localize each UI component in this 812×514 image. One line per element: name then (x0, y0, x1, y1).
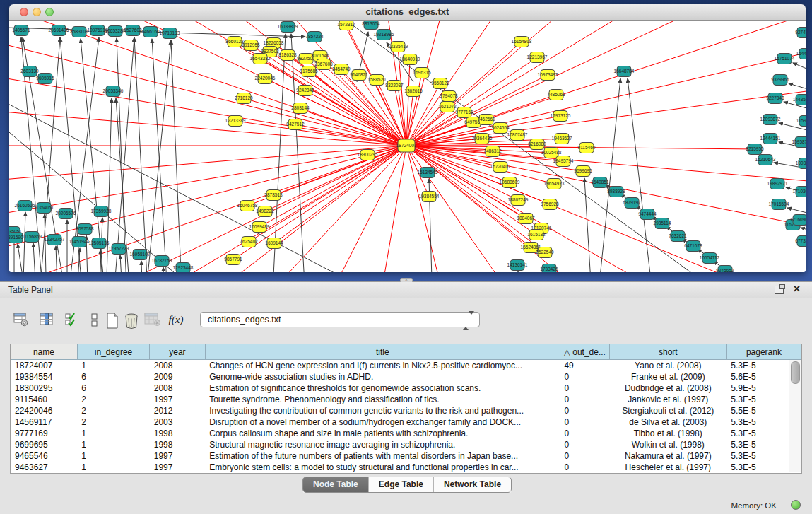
graph-node[interactable]: 7485063 (547, 90, 565, 100)
table-cell[interactable]: 0 (560, 462, 609, 473)
table-cell[interactable]: 49 (560, 360, 609, 372)
table-cell[interactable]: Hescheler et al. (1997) (609, 462, 726, 473)
graph-node[interactable]: 9777169 (455, 107, 473, 118)
table-row[interactable]: 1872400712008Changes of HCN gene express… (11, 360, 801, 372)
graph-edge[interactable] (406, 21, 693, 146)
tab-edge-table[interactable]: Edge Table (368, 477, 433, 492)
table-cell[interactable]: 0 (560, 439, 609, 450)
table-cell[interactable]: 0 (560, 428, 609, 439)
table-row[interactable]: 2242004622012Investigating the contribut… (11, 405, 801, 416)
table-cell[interactable]: Disruption of a novel member of a sodium… (205, 416, 560, 428)
graph-node[interactable]: 9884067 (517, 214, 535, 224)
table-cell[interactable]: 2 (77, 394, 149, 405)
graph-node[interactable]: 14435211 (793, 95, 806, 105)
graph-node[interactable]: 8938928 (607, 187, 625, 197)
graph-edge[interactable] (18, 244, 27, 272)
graph-node[interactable]: 12923448 (173, 263, 194, 273)
graph-node[interactable]: 15720407 (490, 162, 511, 173)
graph-edge[interactable] (9, 146, 406, 262)
graph-node[interactable]: 17103041 (793, 187, 806, 197)
table-cell[interactable]: 18300295 (11, 382, 77, 394)
graph-node[interactable]: 19654923 (544, 179, 565, 189)
column-header-short[interactable]: short (609, 344, 726, 360)
graph-node[interactable]: 12213389 (225, 116, 246, 127)
graph-node[interactable]: 2935114 (654, 218, 671, 229)
table-cell[interactable]: 9465546 (11, 450, 77, 462)
table-cell[interactable]: Tibbo et al. (1998) (609, 428, 726, 439)
table-cell[interactable]: 1 (77, 428, 149, 439)
table-row[interactable]: 1456911722003Disruption of a novel membe… (11, 416, 801, 428)
graph-edge[interactable] (375, 146, 406, 272)
table-cell[interactable]: 1998 (150, 428, 205, 439)
table-cell[interactable]: 1 (77, 360, 149, 372)
graph-node[interactable]: 10719193 (160, 28, 180, 39)
graph-node[interactable]: 1405571 (12, 25, 30, 36)
table-cell[interactable]: 0 (560, 416, 609, 428)
column-header-name[interactable]: name (11, 344, 77, 360)
graph-node[interactable]: 16033809 (278, 22, 298, 33)
graph-node[interactable]: 1696315 (413, 68, 431, 78)
graph-node[interactable]: 7486312 (483, 146, 502, 157)
graph-edge[interactable] (76, 248, 80, 272)
graph-node[interactable]: 5878513 (264, 190, 283, 201)
graph-edge[interactable] (518, 271, 519, 272)
graph-node[interactable]: 7857224 (305, 32, 324, 42)
graph-node[interactable]: 14136141 (507, 260, 528, 271)
select-columns-button[interactable] (37, 310, 57, 330)
graph-edge[interactable] (406, 146, 806, 272)
graph-edge[interactable] (120, 255, 123, 272)
graph-node[interactable]: 16046758 (237, 201, 258, 211)
tab-network-table[interactable]: Network Table (433, 477, 511, 492)
graph-node[interactable]: 2803144 (291, 103, 310, 114)
graph-node[interactable]: 20206576 (56, 209, 76, 219)
graph-edge[interactable] (628, 78, 654, 272)
graph-node[interactable]: 7462660 (477, 115, 495, 125)
table-cell[interactable]: 14569117 (11, 416, 77, 428)
graph-edge[interactable] (171, 40, 182, 272)
graph-node[interactable]: 18640910 (400, 54, 420, 65)
graph-edge[interactable] (134, 37, 148, 272)
graph-node[interactable]: 20053346 (103, 86, 124, 97)
graph-edge[interactable] (141, 261, 143, 272)
graph-node[interactable]: 10654112 (700, 253, 720, 264)
table-cell[interactable]: 2 (77, 405, 149, 416)
table-selector-dropdown[interactable]: citations_edges.txt (200, 312, 480, 327)
graph-edge[interactable] (311, 146, 406, 272)
graph-node[interactable]: 11599409 (796, 116, 806, 127)
graph-node[interactable]: 19384554 (419, 192, 440, 202)
graph-node[interactable]: 26160505 (15, 201, 35, 211)
table-row[interactable]: 946362711997Embryonic stem cells: a mode… (11, 462, 801, 473)
table-cell[interactable]: 2008 (150, 360, 205, 372)
column-header-title[interactable]: title (205, 344, 560, 360)
graph-edge[interactable] (233, 146, 406, 259)
graph-node[interactable]: 17973125 (551, 111, 571, 122)
graph-node[interactable]: 9558122 (431, 78, 449, 89)
table-cell[interactable]: Changes of HCN gene expression and I(f) … (205, 360, 560, 372)
graph-node[interactable]: 8660123 (225, 37, 244, 47)
graph-edge[interactable] (163, 146, 406, 272)
table-cell[interactable]: 0 (560, 394, 609, 405)
table-cell[interactable]: 2009 (150, 371, 205, 382)
graph-node[interactable]: 1362615 (404, 86, 423, 97)
graph-node[interactable]: 16958107 (130, 250, 151, 260)
delete-button[interactable] (122, 310, 141, 330)
graph-node[interactable]: 18724007 (396, 139, 417, 152)
graph-node[interactable]: 20364436 (472, 134, 493, 144)
graph-node[interactable]: 9146821 (350, 70, 368, 81)
graph-node[interactable]: 15958741 (792, 137, 806, 148)
table-cell[interactable]: 2 (77, 416, 149, 428)
graph-node[interactable]: 11354051 (34, 203, 54, 214)
graph-node[interactable]: 9857791 (224, 255, 242, 265)
table-cell[interactable]: Nakamura et al. (1997) (609, 450, 726, 462)
graph-node[interactable]: 7625402 (240, 237, 258, 247)
new-document-button[interactable] (102, 310, 122, 330)
table-row[interactable]: 969969511998Structural magnetic resonanc… (11, 439, 801, 450)
graph-node[interactable]: 12213967 (527, 52, 548, 63)
function-builder-button[interactable]: f(x) (166, 310, 186, 330)
table-cell[interactable]: 1997 (150, 394, 205, 405)
graph-edge[interactable] (274, 146, 406, 243)
graph-edge[interactable] (406, 21, 806, 146)
graph-node[interactable]: 12505135 (89, 238, 110, 249)
graph-node[interactable]: 6471678 (684, 241, 702, 252)
table-row[interactable]: 977716911998Corpus callosum shape and si… (11, 428, 801, 439)
